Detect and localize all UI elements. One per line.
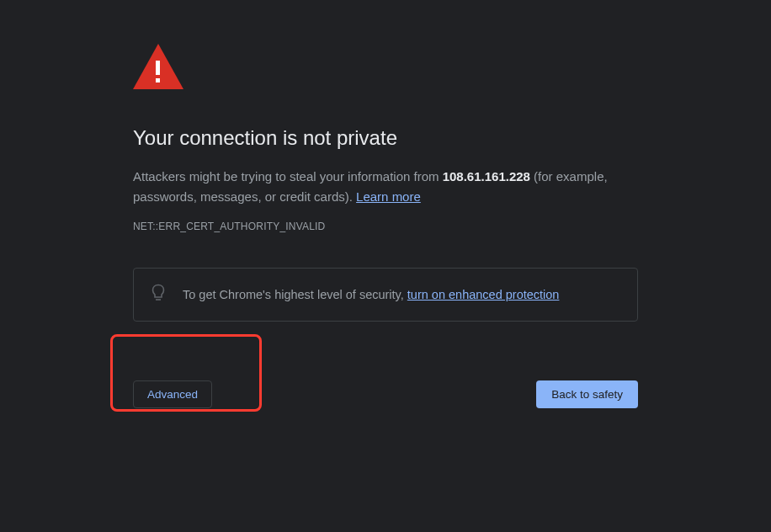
action-buttons: Advanced Back to safety xyxy=(133,380,638,408)
warning-heading: Your connection is not private xyxy=(133,126,638,150)
learn-more-link[interactable]: Learn more xyxy=(356,189,421,204)
enhanced-protection-link[interactable]: turn on enhanced protection xyxy=(407,288,560,301)
tip-text: To get Chrome's highest level of securit… xyxy=(183,288,407,301)
svg-rect-2 xyxy=(156,78,160,82)
svg-rect-1 xyxy=(156,61,160,75)
warning-description: Attackers might be trying to steal your … xyxy=(133,167,638,207)
tip-text-container: To get Chrome's highest level of securit… xyxy=(183,288,559,301)
error-code: NET::ERR_CERT_AUTHORITY_INVALID xyxy=(133,221,638,232)
host-address: 108.61.161.228 xyxy=(443,169,530,184)
warning-triangle-icon xyxy=(133,44,638,93)
description-prefix: Attackers might be trying to steal your … xyxy=(133,169,443,184)
enhanced-protection-tip: To get Chrome's highest level of securit… xyxy=(133,268,638,322)
lightbulb-icon xyxy=(151,284,166,306)
ssl-warning-interstitial: Your connection is not private Attackers… xyxy=(133,0,638,408)
back-to-safety-button[interactable]: Back to safety xyxy=(536,380,638,408)
advanced-button[interactable]: Advanced xyxy=(133,380,212,408)
